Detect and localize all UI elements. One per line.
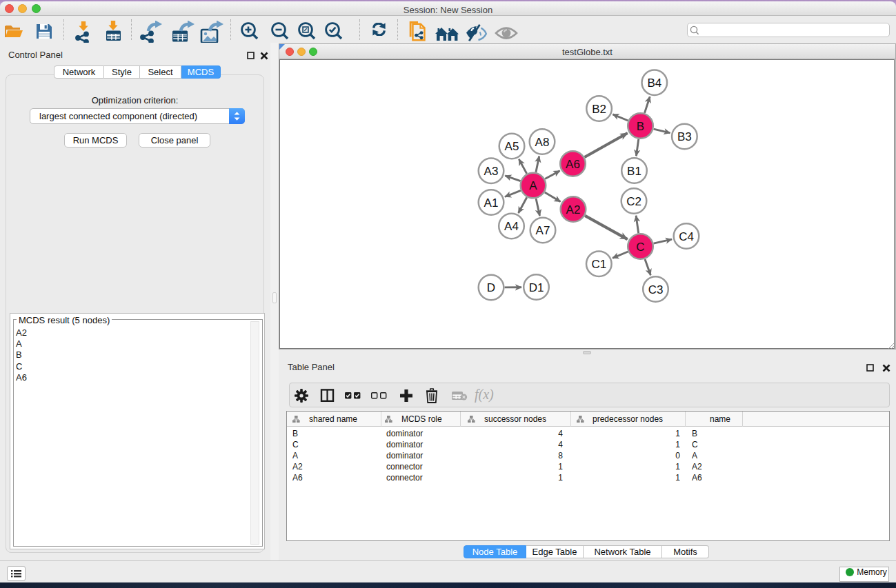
svg-text:B3: B3: [677, 130, 692, 143]
svg-text:A6: A6: [566, 158, 580, 171]
svg-text:D: D: [487, 281, 495, 294]
svg-text:A3: A3: [484, 165, 499, 178]
svg-text:A: A: [529, 179, 537, 192]
svg-text:A5: A5: [505, 140, 519, 153]
svg-text:B2: B2: [592, 103, 606, 116]
svg-text:C1: C1: [591, 258, 606, 271]
svg-text:A8: A8: [535, 136, 550, 149]
svg-text:C2: C2: [626, 195, 641, 208]
svg-text:B4: B4: [647, 77, 661, 90]
svg-text:A2: A2: [566, 203, 581, 216]
svg-text:A4: A4: [504, 220, 519, 233]
svg-text:B1: B1: [627, 165, 641, 178]
svg-text:C3: C3: [648, 283, 664, 296]
svg-text:C4: C4: [679, 230, 694, 243]
svg-text:C: C: [636, 241, 644, 254]
svg-text:A1: A1: [484, 196, 499, 210]
svg-text:D1: D1: [529, 281, 544, 294]
svg-text:B: B: [637, 120, 644, 133]
svg-text:A7: A7: [536, 224, 550, 237]
